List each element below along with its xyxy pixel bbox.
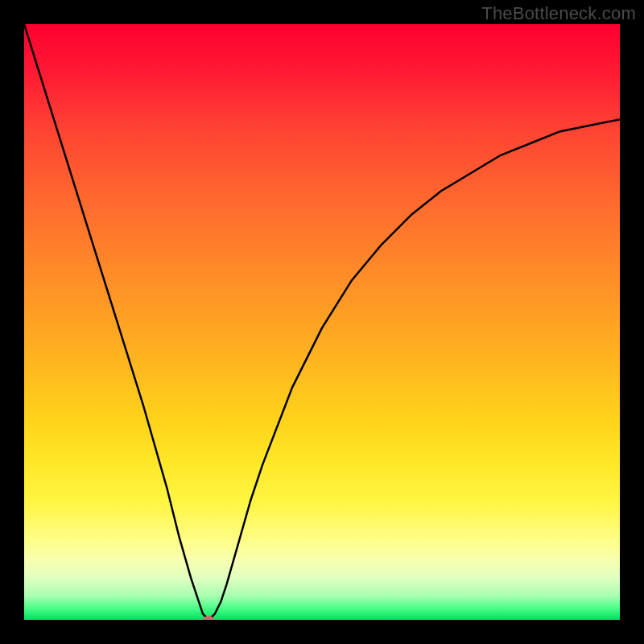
chart-frame: TheBottleneck.com — [0, 0, 644, 644]
watermark-text: TheBottleneck.com — [481, 3, 636, 24]
minimum-point-marker — [203, 616, 214, 620]
bottleneck-curve — [24, 24, 620, 620]
plot-area — [24, 24, 620, 620]
